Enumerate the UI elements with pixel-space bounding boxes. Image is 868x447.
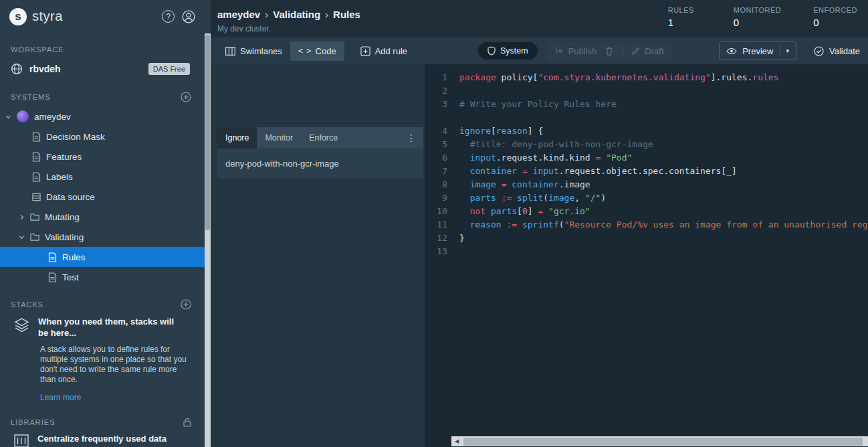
code-text[interactable]: }: [459, 232, 465, 245]
code-line[interactable]: 9 parts := split(image, "/"): [425, 191, 868, 205]
line-number: 7: [425, 165, 447, 178]
validate-button[interactable]: Validate: [814, 46, 860, 56]
item-label: Validating: [45, 232, 84, 242]
code-text[interactable]: #title: deny-pod-with-non-gcr-image: [459, 138, 653, 151]
code-text[interactable]: container = input.request.object.spec.co…: [459, 165, 737, 178]
tab-ignore[interactable]: Ignore: [217, 127, 257, 149]
code-button[interactable]: Code: [290, 41, 344, 61]
code-line[interactable]: 5 #title: deny-pod-with-non-gcr-image: [425, 138, 868, 151]
sidebar-item-rules[interactable]: Rules: [0, 247, 205, 267]
system-scope-button[interactable]: System: [478, 42, 538, 60]
stat-enforced: ENFORCED 0: [813, 6, 857, 28]
rule-card[interactable]: Ignore Monitor Enforce deny-pod-with-non…: [217, 127, 423, 179]
chevron-down-icon[interactable]: [5, 114, 11, 120]
code-text[interactable]: # Write your Policy Rules here: [459, 98, 617, 111]
code-text[interactable]: input.request.kind.kind = "Pod": [459, 151, 632, 165]
breadcrumb-folder[interactable]: Validating: [273, 9, 320, 20]
stats-bar: RULES 1 MONITORED 0 ENFORCED 0: [668, 6, 857, 28]
toolbar-publish-controls: System Publish Draft: [478, 37, 672, 64]
code-line[interactable]: 3# Write your Policy Rules here: [425, 98, 868, 111]
check-circle-icon: [814, 46, 824, 56]
scroll-left-arrow-icon[interactable]: [451, 436, 462, 446]
chevron-down-icon[interactable]: [19, 234, 25, 240]
chevron-down-icon[interactable]: [786, 48, 789, 54]
profile-icon[interactable]: [182, 10, 195, 23]
document-icon: [32, 152, 41, 162]
item-label: Test: [62, 272, 79, 282]
sidebar-item-mutating[interactable]: Mutating: [0, 207, 205, 227]
styra-logo[interactable]: styra: [9, 8, 63, 25]
eye-icon: [726, 48, 737, 55]
code-text[interactable]: reason := sprintf("Resource Pod/%v uses …: [459, 218, 868, 232]
add-rule-button[interactable]: Add rule: [352, 41, 415, 61]
sidebar-scrollbar[interactable]: [205, 33, 211, 447]
sidebar-item-labels[interactable]: Labels: [0, 167, 205, 187]
chevron-right-icon[interactable]: [19, 214, 25, 220]
code-text[interactable]: package policy["com.styra.kubernetes.val…: [459, 71, 778, 84]
item-label: Data source: [46, 192, 95, 202]
stat-rules: RULES 1: [668, 6, 701, 28]
code-line[interactable]: 10 not parts[0] = "gcr.io": [425, 205, 868, 218]
scrollbar-thumb[interactable]: [463, 438, 863, 446]
code-editor[interactable]: 1package policy["com.styra.kubernetes.va…: [425, 64, 868, 447]
publish-button[interactable]: Publish: [555, 46, 597, 56]
code-line[interactable]: 12}: [425, 232, 868, 245]
line-number: 4: [425, 124, 447, 138]
code-line[interactable]: 11 reason := sprintf("Resource Pod/%v us…: [425, 218, 868, 232]
kebab-menu-icon[interactable]: [399, 127, 423, 149]
stat-monitored: MONITORED 0: [734, 6, 782, 28]
breadcrumb-page[interactable]: Rules: [333, 9, 360, 20]
draft-button[interactable]: Draft: [631, 46, 663, 56]
breadcrumb-system[interactable]: ameydev: [217, 9, 260, 20]
code-text[interactable]: not parts[0] = "gcr.io": [459, 205, 590, 218]
folder-icon: [30, 213, 39, 221]
rule-name: deny-pod-with-non-gcr-image: [217, 149, 423, 179]
code-icon: [298, 46, 311, 56]
code-line[interactable]: 1package policy["com.styra.kubernetes.va…: [425, 71, 868, 84]
editor-horizontal-scrollbar[interactable]: [451, 436, 868, 446]
systems-tree: ameydev Decision Mask Features Labels Da…: [0, 106, 205, 287]
sidebar-item-test[interactable]: Test: [0, 267, 205, 287]
code-line[interactable]: 13: [425, 245, 868, 258]
add-stack-icon[interactable]: [181, 299, 191, 310]
stack-layers-icon: [13, 317, 30, 339]
system-avatar: [17, 110, 29, 122]
tab-enforce[interactable]: Enforce: [301, 127, 346, 149]
system-scope-label: System: [500, 46, 528, 56]
preview-button[interactable]: Preview: [719, 41, 796, 60]
stat-label: MONITORED: [734, 6, 782, 14]
toolbar-view-controls: Swimlanes Code Add rule: [217, 37, 415, 64]
tab-monitor[interactable]: Monitor: [257, 127, 301, 149]
discard-draft-button[interactable]: [605, 47, 613, 56]
code-line[interactable]: 7 container = input.request.object.spec.…: [425, 165, 868, 178]
swimlanes-button[interactable]: Swimlanes: [217, 41, 290, 61]
lock-icon: [183, 418, 191, 427]
main-area: ameydev›Validating›Rules My dev cluster.…: [211, 0, 868, 447]
code-line[interactable]: 4ignore[reason] {: [425, 124, 868, 138]
sidebar-scrollbar-thumb[interactable]: [205, 35, 210, 230]
add-system-icon[interactable]: [181, 92, 191, 102]
sidebar-item-data-source[interactable]: Data source: [0, 187, 205, 207]
line-number: 1: [425, 71, 447, 84]
code-line[interactable]: 6 input.request.kind.kind = "Pod": [425, 151, 868, 165]
library-icon: [13, 434, 29, 447]
sidebar-item-validating[interactable]: Validating: [0, 227, 205, 247]
toolbar-run-controls: Preview Validate: [719, 37, 860, 64]
code-text[interactable]: image = container.image: [459, 178, 590, 191]
code-text[interactable]: parts := split(image, "/"): [459, 191, 606, 205]
sidebar-item-ameydev[interactable]: ameydev: [0, 106, 205, 126]
workspace-name: rbvdeh: [29, 64, 61, 74]
sidebar-item-decision-mask[interactable]: Decision Mask: [0, 126, 205, 147]
document-icon: [32, 172, 41, 182]
stacks-section-header: STACKS: [0, 299, 205, 310]
code-line[interactable]: 2: [425, 84, 868, 98]
content-area: Ignore Monitor Enforce deny-pod-with-non…: [211, 64, 868, 447]
styra-logo-icon: [9, 8, 27, 25]
code-line[interactable]: 8 image = container.image: [425, 178, 868, 191]
workspace-row[interactable]: rbvdeh DAS Free: [0, 61, 205, 77]
code-text[interactable]: ignore[reason] {: [459, 124, 543, 138]
sidebar-item-features[interactable]: Features: [0, 147, 205, 167]
help-icon[interactable]: [162, 10, 175, 23]
das-free-badge: DAS Free: [148, 63, 190, 75]
learn-more-link[interactable]: Learn more: [40, 393, 81, 402]
